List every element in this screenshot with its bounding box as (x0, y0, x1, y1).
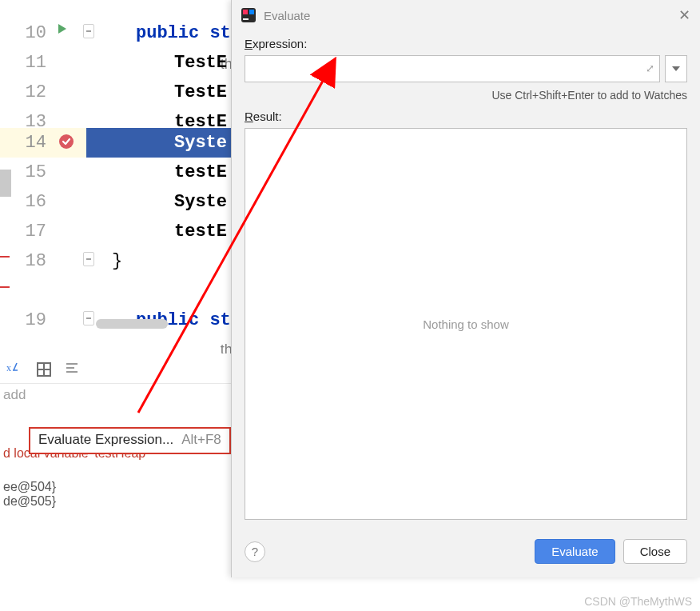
line-number: 17 (0, 217, 50, 246)
svg-rect-10 (243, 18, 249, 20)
svg-rect-9 (249, 10, 254, 14)
expression-label: Expression: (245, 37, 687, 50)
breakpoint-icon[interactable] (58, 133, 75, 154)
evaluate-expression-tooltip[interactable]: Evaluate Expression... Alt+F8 (29, 427, 231, 454)
watermark: CSDN @TheMythWS (584, 595, 692, 608)
evaluate-dialog: Evaluate ✕ Expression: ⤢ Use Ctrl+Shift+… (231, 0, 700, 577)
result-placeholder: Nothing to show (423, 317, 509, 331)
dialog-titlebar[interactable]: Evaluate ✕ (232, 0, 700, 30)
code-line: } (112, 246, 122, 276)
svg-rect-8 (243, 10, 248, 14)
code-line: testE (174, 217, 227, 246)
expression-history-dropdown[interactable] (665, 55, 687, 82)
line-number: 14 (0, 128, 50, 158)
expression-input[interactable]: ⤢ (245, 55, 660, 82)
line-number: 15 (0, 158, 50, 187)
code-line: Syste (174, 187, 227, 217)
close-icon[interactable]: ✕ (678, 6, 690, 24)
result-area: Nothing to show (245, 128, 687, 520)
code-line: testE (174, 158, 227, 187)
change-marker-icon (0, 286, 10, 288)
calculator-icon[interactable] (37, 362, 51, 377)
svg-point-1 (59, 134, 74, 149)
line-number: 18 (0, 246, 50, 276)
dialog-title: Evaluate (264, 9, 678, 22)
change-marker-icon (0, 256, 10, 258)
close-button[interactable]: Close (623, 539, 687, 564)
fold-toggle-icon[interactable] (83, 252, 94, 266)
code-line: TestE (174, 78, 227, 107)
line-number: 16 (0, 187, 50, 217)
fold-toggle-icon[interactable] (83, 24, 94, 38)
code-line: TestE (174, 48, 227, 78)
line-number: 12 (0, 78, 50, 107)
svg-text:x: x (6, 362, 11, 373)
new-watch-icon[interactable]: x (6, 362, 22, 377)
code-line: public st (136, 18, 231, 48)
tooltip-shortcut: Alt+F8 (181, 432, 221, 448)
tooltip-label: Evaluate Expression... (38, 432, 173, 448)
horizontal-scrollbar[interactable] (96, 319, 168, 329)
help-button[interactable]: ? (245, 541, 265, 562)
expand-icon[interactable]: ⤢ (646, 62, 654, 74)
line-number: 11 (0, 48, 50, 78)
evaluate-button[interactable]: Evaluate (535, 539, 614, 564)
filters-icon[interactable] (66, 362, 82, 377)
line-number: 10 (0, 18, 50, 48)
watches-hint: Use Ctrl+Shift+Enter to add to Watches (245, 89, 687, 102)
svg-rect-4 (66, 363, 78, 365)
intellij-logo-icon (241, 8, 256, 22)
svg-rect-6 (66, 371, 78, 373)
result-label: Result: (245, 110, 687, 123)
line-number: 19 (0, 306, 50, 335)
fold-toggle-icon[interactable] (83, 311, 94, 325)
svg-rect-5 (66, 367, 74, 369)
run-gutter-icon[interactable] (56, 22, 69, 38)
